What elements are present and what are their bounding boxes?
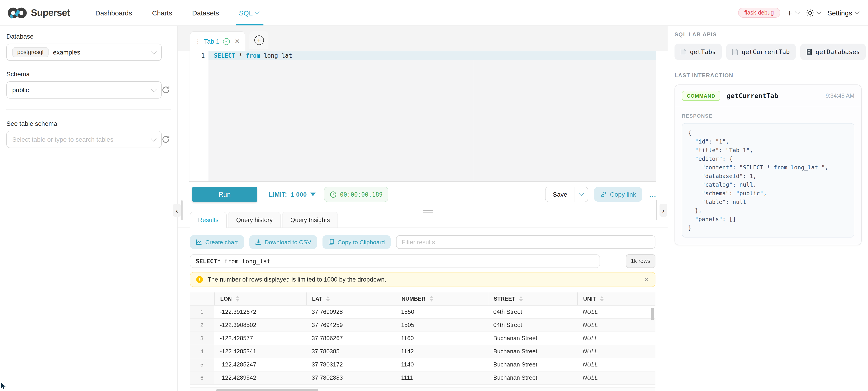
file-cabinet-icon: [806, 48, 812, 55]
copy-clipboard-button[interactable]: Copy to Clipboard: [322, 235, 391, 249]
tab-query-history[interactable]: Query history: [228, 211, 281, 228]
drag-handle-icon[interactable]: ⋮: [195, 38, 200, 44]
active-tab-underline: [236, 24, 264, 26]
get-databases-button[interactable]: getDatabases: [800, 43, 866, 60]
filter-results-input[interactable]: [396, 235, 655, 249]
clipboard-icon: [329, 239, 334, 245]
plus-icon: +: [787, 8, 793, 18]
nav-item-dashboards[interactable]: Dashboards: [95, 0, 132, 26]
warning-icon: !: [196, 276, 203, 283]
table-cell: 1142: [396, 345, 488, 358]
column-header-lon[interactable]: LON: [214, 292, 306, 305]
sort-icon[interactable]: [519, 296, 523, 301]
save-button[interactable]: Save: [546, 187, 575, 202]
chart-icon: [196, 239, 202, 245]
table-cell: Buchanan Street: [488, 332, 577, 345]
chevron-down-icon: [855, 9, 860, 14]
new-item-menu[interactable]: +: [787, 8, 799, 18]
vertical-scrollbar[interactable]: [651, 308, 654, 320]
table-row: 2-122.390850237.7694259150504th StreetNU…: [190, 319, 655, 332]
row-number-cell: 5: [190, 358, 214, 371]
sort-icon[interactable]: [600, 296, 603, 301]
row-number-cell: 4: [190, 345, 214, 358]
tab-results[interactable]: Results: [190, 211, 227, 228]
link-icon: [600, 191, 607, 198]
app-title: Superset: [31, 7, 70, 18]
tab-query-insights[interactable]: Query Insights: [282, 211, 338, 228]
column-header-unit[interactable]: UNIT: [577, 292, 649, 305]
new-tab-button[interactable]: +: [249, 31, 269, 48]
table-cell: 37.7694259: [306, 319, 396, 331]
nav-item-sql[interactable]: SQL: [239, 0, 259, 26]
table-cell: Buchanan Street: [488, 358, 577, 371]
get-tabs-button[interactable]: getTabs: [675, 43, 722, 60]
table-cell: Buchanan Street: [488, 345, 577, 358]
results-panel: Results Query history Query Insights Cre…: [178, 211, 668, 391]
sql-code-line: SELECT * from long_lat: [214, 51, 292, 60]
save-options-button[interactable]: [575, 187, 588, 202]
table-schema-label: See table schema: [6, 120, 177, 127]
navbar: Superset Dashboards Charts Datasets SQL …: [0, 0, 868, 26]
plus-circle-icon: +: [254, 35, 264, 45]
column-header-lat[interactable]: LAT: [306, 292, 396, 305]
create-chart-button[interactable]: Create chart: [190, 235, 244, 249]
api-panel-title: SQL LAB APIS: [675, 31, 862, 38]
response-code-block: { "id": "1", "title": "Tab 1", "editor":…: [682, 123, 855, 237]
chevron-down-icon: [151, 48, 156, 54]
close-tab-icon[interactable]: ✕: [235, 38, 240, 45]
refresh-schema-icon[interactable]: [162, 86, 170, 96]
chevron-down-icon: [151, 86, 156, 92]
left-panel-scrollbar[interactable]: [181, 200, 183, 220]
table-cell: NULL: [577, 358, 649, 371]
table-cell: 1111: [396, 371, 488, 384]
column-header-number[interactable]: NUMBER: [396, 292, 488, 305]
editor-toolbar: Run LIMIT: 1 000 00:00:00.189 Save: [189, 182, 656, 207]
column-header-street[interactable]: STREET: [488, 292, 577, 305]
close-warning-icon[interactable]: ✕: [644, 276, 649, 283]
clock-icon: [330, 191, 337, 198]
sort-icon[interactable]: [430, 296, 433, 301]
table-cell: NULL: [577, 345, 649, 358]
nav-item-datasets[interactable]: Datasets: [192, 0, 219, 26]
expand-right-panel-button[interactable]: ›: [659, 204, 667, 217]
environment-badge: flask-debug: [738, 8, 780, 18]
last-interaction-title: LAST INTERACTION: [675, 72, 862, 78]
table-cell: 37.7690928: [306, 305, 396, 318]
table-cell: NULL: [577, 371, 649, 384]
more-actions-button[interactable]: ...: [649, 191, 656, 198]
editor-tab[interactable]: ⋮ Tab 1 ✓ ✕: [190, 31, 245, 51]
sort-icon[interactable]: [236, 296, 240, 301]
horizontal-scrollbar[interactable]: [216, 389, 318, 391]
chevron-down-icon: [579, 191, 584, 196]
sql-editor[interactable]: 1 SELECT * from long_lat: [189, 51, 656, 182]
sort-icon[interactable]: [327, 296, 330, 301]
settings-menu[interactable]: Settings: [828, 9, 859, 17]
collapse-left-panel-button[interactable]: ‹: [173, 204, 181, 217]
refresh-tables-icon[interactable]: [162, 135, 170, 145]
last-interaction-card: COMMAND getCurrentTab 9:34:48 AM RESPONS…: [675, 85, 862, 245]
table-select[interactable]: Select table or type to search tables: [6, 131, 162, 148]
copy-link-button[interactable]: Copy link: [594, 187, 643, 202]
database-select[interactable]: postgresql examples: [6, 43, 162, 61]
chevron-down-icon: [816, 9, 822, 14]
document-icon: [732, 48, 738, 55]
nav-right: flask-debug + Settings: [738, 8, 859, 18]
row-count-badge: 1k rows: [626, 254, 655, 268]
command-name: getCurrentTab: [727, 92, 778, 99]
schema-select[interactable]: public: [6, 81, 162, 99]
table-cell: 1140: [396, 358, 488, 371]
nav-item-charts[interactable]: Charts: [152, 0, 172, 26]
sidebar: Database postgresql examples Schema publ…: [0, 26, 178, 391]
theme-menu[interactable]: [806, 9, 821, 17]
download-csv-button[interactable]: Download to CSV: [249, 235, 317, 249]
query-success-icon: ✓: [223, 38, 230, 45]
line-number: 1: [189, 51, 205, 60]
superset-logo[interactable]: Superset: [7, 7, 70, 19]
table-cell: 04th Street: [488, 305, 577, 318]
run-button[interactable]: Run: [192, 187, 257, 202]
get-current-tab-button[interactable]: getCurrentTab: [726, 43, 796, 60]
table-cell: 37.7802883: [306, 371, 396, 384]
right-panel-scrollbar[interactable]: [656, 200, 657, 220]
limit-dropdown[interactable]: LIMIT: 1 000: [269, 191, 316, 198]
table-cell: -122.4285247: [214, 358, 306, 371]
